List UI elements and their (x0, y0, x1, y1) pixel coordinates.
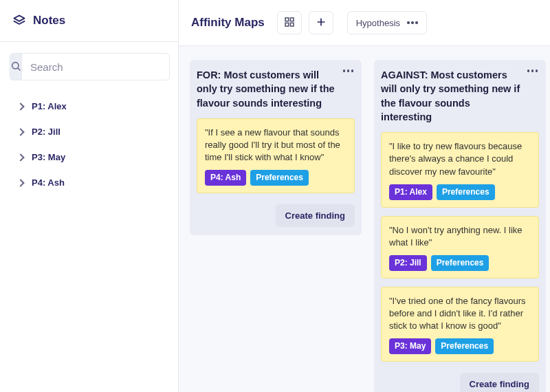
search-button[interactable] (10, 53, 21, 80)
note-text: "I've tried one of the fancy flavours be… (389, 295, 531, 333)
topic-tag[interactable]: Preferences (435, 338, 494, 354)
chevron-right-icon (16, 179, 24, 186)
search-input[interactable] (21, 53, 170, 80)
note-card[interactable]: "No I won't try anything new. I like wha… (381, 216, 539, 279)
person-tag[interactable]: P4: Ash (205, 170, 246, 186)
grid-view-button[interactable] (277, 11, 302, 34)
note-text: "If I see a new flavour that sounds real… (205, 127, 346, 164)
svg-rect-5 (285, 23, 289, 26)
svg-marker-0 (14, 16, 25, 21)
column-header: FOR: Most customers will only try someth… (197, 68, 355, 110)
sidebar-item-p1[interactable]: P1: Alex (10, 94, 171, 118)
tag-row: P2: Jill Preferences (389, 255, 531, 271)
chevron-right-icon (16, 102, 24, 110)
sidebar-header: Notes (0, 0, 178, 42)
sidebar: Notes P1: Alex P2: Jill (0, 0, 179, 392)
topic-tag[interactable]: Preferences (431, 255, 490, 271)
svg-rect-3 (285, 18, 289, 21)
person-tag[interactable]: P2: Jill (389, 255, 427, 271)
search-wrap (0, 42, 178, 87)
sidebar-item-label: P3: May (32, 152, 65, 162)
grid-icon (284, 17, 295, 30)
svg-rect-6 (290, 23, 294, 26)
more-icon (407, 21, 418, 24)
person-tag[interactable]: P3: May (389, 338, 431, 354)
hypothesis-chip[interactable]: Hypothesis (347, 11, 427, 34)
sidebar-item-label: P4: Ash (32, 177, 65, 188)
board: FOR: Most customers will only try someth… (179, 46, 550, 392)
tag-row: P1: Alex Preferences (389, 184, 531, 200)
sidebar-item-p3[interactable]: P3: May (10, 145, 171, 169)
column-footer: Create finding (381, 373, 539, 392)
column-against: AGAINST: Most customers will only try so… (374, 60, 546, 392)
add-button[interactable] (309, 11, 333, 34)
page-title: Affinity Maps (191, 16, 265, 30)
note-text: "No I won't try anything new. I like wha… (389, 224, 531, 249)
column-title: FOR: Most customers will only try someth… (197, 68, 338, 110)
chip-label: Hypothesis (356, 18, 400, 28)
sidebar-item-p2[interactable]: P2: Jill (10, 120, 171, 144)
note-card[interactable]: "If I see a new flavour that sounds real… (197, 118, 355, 193)
topic-tag[interactable]: Preferences (437, 184, 495, 200)
column-menu-button[interactable] (342, 68, 355, 74)
chevron-right-icon (16, 153, 24, 161)
tag-row: P3: May Preferences (389, 338, 531, 354)
column-footer: Create finding (197, 204, 355, 227)
chevron-right-icon (16, 128, 24, 135)
svg-line-2 (18, 68, 20, 70)
column-menu-button[interactable] (526, 68, 540, 74)
create-finding-button[interactable]: Create finding (276, 204, 355, 227)
sidebar-item-label: P2: Jill (32, 127, 60, 137)
search-icon (10, 61, 21, 74)
person-tag[interactable]: P1: Alex (389, 184, 432, 200)
create-finding-button[interactable]: Create finding (460, 373, 539, 392)
sidebar-list: P1: Alex P2: Jill P3: May P4: Ash (0, 87, 178, 195)
column-for: FOR: Most customers will only try someth… (190, 60, 362, 235)
main: Affinity Maps (179, 0, 550, 392)
column-title: AGAINST: Most customers will only try so… (381, 68, 522, 124)
column-header: AGAINST: Most customers will only try so… (381, 68, 539, 124)
svg-rect-4 (290, 18, 294, 21)
topic-tag[interactable]: Preferences (250, 170, 309, 186)
layers-icon (12, 14, 26, 28)
plus-icon (316, 17, 327, 30)
tag-row: P4: Ash Preferences (205, 170, 346, 186)
note-card[interactable]: "I like to try new flavours because ther… (381, 132, 539, 207)
sidebar-item-label: P1: Alex (32, 101, 67, 111)
note-card[interactable]: "I've tried one of the fancy flavours be… (381, 287, 539, 362)
sidebar-item-p4[interactable]: P4: Ash (10, 171, 171, 195)
note-text: "I like to try new flavours because ther… (389, 140, 531, 178)
sidebar-title: Notes (33, 14, 65, 28)
top-bar: Affinity Maps (179, 0, 550, 46)
